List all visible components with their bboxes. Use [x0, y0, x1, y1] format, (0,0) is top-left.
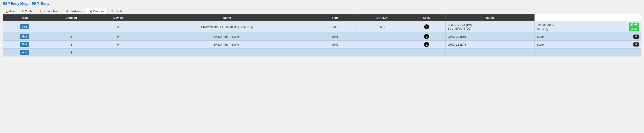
nav-item-controllers[interactable]: 💬Controllers [37, 8, 62, 14]
value-label: State: [537, 43, 555, 46]
port-cell [356, 41, 408, 49]
ctr-idx-cell: 1 [408, 21, 445, 33]
gpio-line: GPIO-13 (D7) [448, 43, 466, 46]
value-label: State: [537, 35, 555, 38]
value-badge: 0 [634, 42, 639, 47]
edit-button[interactable]: Edit [20, 34, 29, 39]
devices-icon: 🔌 [89, 10, 92, 13]
ctr-idx-badge: 1 [424, 34, 429, 39]
value-badge: 58.42 [629, 27, 639, 31]
port-cell: I2C [356, 21, 408, 33]
enabled-cell: ✔ [96, 33, 140, 41]
task-number: 1 [46, 21, 96, 33]
config-icon: ⚙ [22, 10, 24, 13]
values-cell [534, 49, 641, 56]
gpio-cell: SDA: GPIO-4 (D2)SCL: GPIO-5 (D1) [445, 21, 534, 33]
enabled-checkmark: ✔ [117, 35, 120, 39]
sensor-name: SHT31 [314, 21, 356, 33]
action-cell: Edit [3, 33, 46, 41]
value-badge: 0 [634, 35, 639, 39]
value-badge: 23.91 [629, 23, 639, 27]
table-row: Add4 [3, 49, 641, 56]
add-button[interactable]: Add [20, 50, 29, 55]
col-header-enabled: Enabled [46, 15, 96, 21]
hardware-icon: 📌 [65, 10, 69, 13]
gpio-cell: GPIO-12 (D6) [445, 33, 534, 41]
enabled-checkmark: ✔ [117, 43, 120, 47]
nav-item-label-config: Config [25, 10, 33, 13]
enabled-cell: ✔ [96, 41, 140, 49]
device-name [140, 49, 314, 56]
enabled-cell [96, 49, 140, 56]
ctr-idx-cell: 1 [408, 41, 445, 49]
gpio-line: SDA: GPIO-4 (D2) [448, 24, 472, 27]
nav-item-label-hardware: Hardware [70, 10, 82, 13]
enabled-checkmark: ✔ [117, 25, 120, 29]
col-header-port: Port [314, 15, 356, 21]
controllers-icon: 💬 [40, 10, 44, 13]
nav-item-label-main: △Main [6, 10, 15, 13]
gpio-line: SCL: GPIO-5 (D1) [448, 27, 472, 30]
task-number: 3 [46, 41, 96, 49]
nav-item-config[interactable]: ⚙Config [18, 8, 37, 14]
sensor-name: SW2 [314, 41, 356, 49]
value-row: Humidity:58.42 [537, 27, 639, 31]
table-body: Edit1✔Environment - SHT30/31/35 [TESTING… [3, 21, 641, 56]
sensor-name [314, 49, 356, 56]
values-cell: State:0 [534, 33, 641, 41]
col-header-gpio: GPIO [408, 15, 445, 21]
nav-item-label-tools: Tools [115, 10, 122, 13]
ctr-idx-badge: 1 [424, 24, 429, 29]
value-label: Humidity: [537, 28, 555, 31]
devices-table: TaskEnabledDeviceNamePortCtr (IDX)GPIOVa… [3, 14, 641, 56]
enabled-cell: ✔ [96, 21, 140, 33]
col-header-task: Task [3, 15, 46, 21]
edit-button[interactable]: Edit [20, 42, 29, 47]
table-row: Edit2✔Switch input - SwitchSW11GPIO-12 (… [3, 33, 641, 41]
task-number: 4 [46, 49, 96, 56]
edit-button[interactable]: Edit [20, 24, 29, 29]
task-number: 2 [46, 33, 96, 41]
values-cell: State:0 [534, 41, 641, 49]
device-name: Switch input - Switch [140, 33, 314, 41]
action-cell: Edit [3, 21, 46, 33]
nav-item-tools[interactable]: 🔧Tools [108, 8, 126, 14]
table-row: Edit3✔Switch input - SwitchSW21GPIO-13 (… [3, 41, 641, 49]
tools-icon: 🔧 [111, 10, 114, 13]
gpio-cell: GPIO-13 (D7) [445, 41, 534, 49]
nav-item-devices[interactable]: 🔌Devices [86, 8, 108, 14]
sensor-name: SW1 [314, 33, 356, 41]
action-cell: Edit [3, 41, 46, 49]
values-cell: Temperature:23.91Humidity:58.42 [534, 21, 641, 33]
table-header: TaskEnabledDeviceNamePortCtr (IDX)GPIOVa… [3, 15, 641, 21]
value-row: State:0 [537, 35, 639, 39]
nav-item-label-controllers: Controllers [44, 10, 58, 13]
port-cell [356, 33, 408, 41]
ctr-idx-cell: 1 [408, 33, 445, 41]
device-name: Environment - SHT30/31/35 [TESTING] [140, 21, 314, 33]
col-header-device: Device [96, 15, 140, 21]
value-label: Temperature: [537, 23, 555, 26]
ctr-idx-cell [408, 49, 445, 56]
value-row: State:0 [537, 42, 639, 47]
col-header-values: Values [445, 15, 534, 21]
col-header-name: Name [140, 15, 314, 21]
col-header-ctr--idx-: Ctr (IDX) [356, 15, 408, 21]
table-row: Edit1✔Environment - SHT30/31/35 [TESTING… [3, 21, 641, 33]
ctr-idx-badge: 1 [424, 42, 429, 47]
device-name: Switch input - Switch [140, 41, 314, 49]
nav-item-main[interactable]: △Main [3, 8, 18, 14]
nav-item-hardware[interactable]: 📌Hardware [62, 8, 86, 14]
app-title: ESP Easy Mega: ESP_Easy [3, 2, 641, 6]
action-cell: Add [3, 49, 46, 56]
gpio-line: GPIO-12 (D6) [448, 35, 466, 38]
nav-bar: △Main⚙Config💬Controllers📌Hardware🔌Device… [3, 8, 641, 14]
nav-item-label-devices: Devices [93, 10, 104, 13]
gpio-cell [445, 49, 534, 56]
port-cell [356, 49, 408, 56]
value-row: Temperature:23.91 [537, 23, 639, 27]
